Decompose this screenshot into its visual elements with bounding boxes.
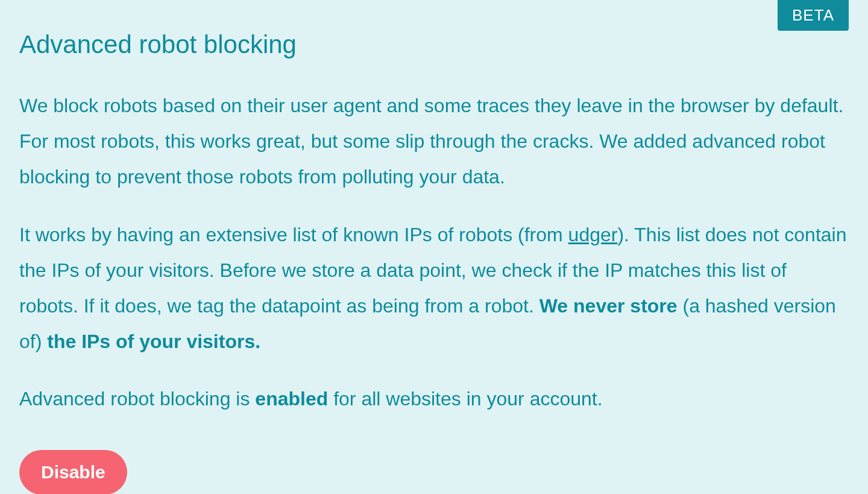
description-paragraph-3: Advanced robot blocking is enabled for a… [19, 381, 849, 417]
p3-bold: enabled [255, 388, 328, 410]
description-paragraph-2: It works by having an extensive list of … [19, 217, 849, 360]
page-title: Advanced robot blocking [19, 30, 849, 59]
p3-text-1: Advanced robot blocking is [19, 388, 255, 410]
description-paragraph-1: We block robots based on their user agen… [19, 88, 849, 195]
p3-text-2: for all websites in your account. [328, 388, 602, 410]
p2-bold-2: the IPs of your visitors. [47, 331, 260, 352]
disable-button[interactable]: Disable [19, 450, 127, 495]
udger-link[interactable]: udger [568, 224, 618, 245]
p2-bold-1: We never store [539, 295, 678, 317]
p2-text-1: It works by having an extensive list of … [19, 224, 568, 245]
beta-badge: BETA [778, 0, 849, 31]
